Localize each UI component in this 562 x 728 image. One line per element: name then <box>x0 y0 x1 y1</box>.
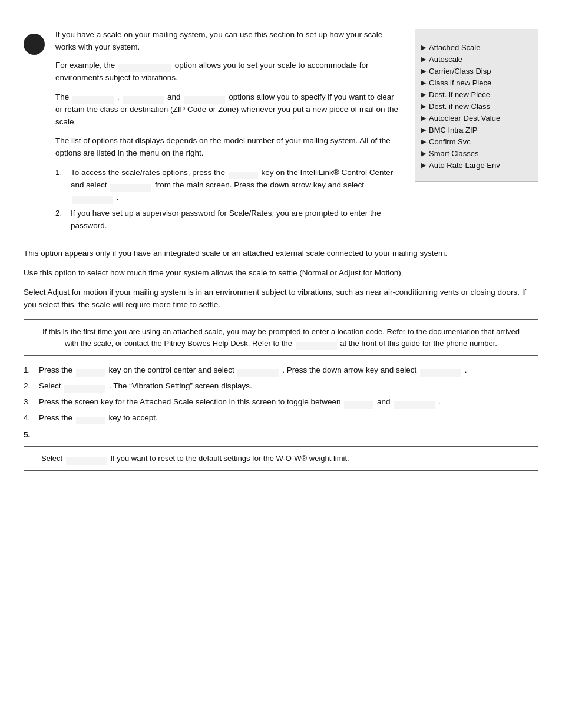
section2-para-2: Use this option to select how much time … <box>24 267 538 279</box>
sidebar-item-bmc: ▶ BMC Intra ZIP <box>421 126 532 134</box>
arrow-icon-9: ▶ <box>421 138 426 146</box>
step-2-2-text: Select . The “Vibration Setting” screen … <box>39 380 538 393</box>
step-2-4: 4. Press the key to accept. <box>24 412 538 424</box>
step-2-4-text: Press the key to accept. <box>39 412 538 424</box>
arrow-icon-8: ▶ <box>421 126 426 134</box>
blank-guide-ref <box>296 342 337 350</box>
step-1-2: 2. If you have set up a supervisor passw… <box>55 207 403 232</box>
section2-para-1: This option appears only if you have an … <box>24 248 538 260</box>
blank-menu-key <box>229 172 258 179</box>
sidebar: ▶ Attached Scale ▶ Autoscale ▶ Carrier/C… <box>415 29 538 182</box>
blank-autoscale <box>118 64 171 72</box>
main-content: If you have a scale on your mailing syst… <box>55 29 408 237</box>
content-area: If you have a scale on your mailing syst… <box>24 29 538 237</box>
intro-para-4: The list of options that displays depend… <box>55 135 403 160</box>
steps-list-1: 1. To access the scale/rates options, pr… <box>55 167 403 232</box>
page-wrapper: If you have a scale on your mailing syst… <box>0 0 562 728</box>
step-1-1-num: 1. <box>55 167 71 179</box>
sidebar-item-label-7: Autoclear Dest Value <box>429 114 500 123</box>
arrow-icon-6: ▶ <box>421 103 426 110</box>
step-1-1: 1. To access the scale/rates options, pr… <box>55 167 403 204</box>
bullet-circle <box>24 34 45 55</box>
bullet-area <box>24 29 55 237</box>
blank-key-1 <box>76 369 105 377</box>
intro-p3-mid1: , <box>117 93 120 101</box>
blank-select-4 <box>420 369 461 377</box>
tip-col1: Select <box>41 454 62 463</box>
section2: This option appears only if you have an … <box>24 248 538 471</box>
blank-select-3 <box>237 369 279 377</box>
sidebar-item-label-4: Class if new Piece <box>429 78 491 87</box>
sidebar-item-label-9: Confirm Svc <box>429 137 471 146</box>
step-2-1-num: 1. <box>24 364 39 377</box>
blank-tip-select <box>66 457 107 465</box>
sidebar-item-autoclear: ▶ Autoclear Dest Value <box>421 114 532 123</box>
arrow-icon-3: ▶ <box>421 67 426 75</box>
step-1-1-text: To access the scale/rates options, press… <box>71 167 403 204</box>
tip-col2: If you want to reset to the default sett… <box>110 454 349 463</box>
tip-box-text: Select If you want to reset to the defau… <box>41 453 521 465</box>
steps-list-2: 1. Press the key on the control center a… <box>24 364 538 424</box>
arrow-icon-2: ▶ <box>421 55 426 63</box>
sidebar-item-confirm-svc: ▶ Confirm Svc <box>421 137 532 146</box>
sidebar-item-label-10: Smart Classes <box>429 149 479 158</box>
arrow-icon-10: ▶ <box>421 150 426 157</box>
sidebar-item-label-1: Attached Scale <box>429 43 480 52</box>
sidebar-item-label-8: BMC Intra ZIP <box>429 126 477 134</box>
step5: 5. <box>24 430 538 439</box>
sidebar-item-label-6: Dest. if new Class <box>429 102 490 111</box>
sidebar-list: ▶ Attached Scale ▶ Autoscale ▶ Carrier/C… <box>421 43 532 170</box>
blank-class-new <box>72 96 114 104</box>
note-box-text: If this is the first time you are using … <box>41 326 521 350</box>
sidebar-item-attached-scale: ▶ Attached Scale <box>421 43 532 52</box>
sidebar-item-label-3: Carrier/Class Disp <box>429 67 491 75</box>
arrow-icon-1: ▶ <box>421 44 426 51</box>
blank-dest-class <box>184 96 225 104</box>
sidebar-item-auto-rate: ▶ Auto Rate Large Env <box>421 161 532 170</box>
intro-p3-mid2: and <box>167 93 181 101</box>
blank-select2 <box>72 196 113 204</box>
bottom-rule <box>24 477 538 477</box>
sidebar-top-divider <box>421 38 532 38</box>
blank-dest-new <box>123 96 164 104</box>
blank-key-2 <box>76 417 105 424</box>
step-2-1-text: Press the key on the control center and … <box>39 364 538 377</box>
blank-toggle-2 <box>394 401 435 409</box>
intro-p2-start: For example, the <box>55 61 115 70</box>
step-2-3: 3. Press the screen key for the Attached… <box>24 396 538 409</box>
blank-select1 <box>110 184 151 192</box>
sidebar-item-smart-classes: ▶ Smart Classes <box>421 149 532 158</box>
blank-select-5 <box>64 385 105 393</box>
tip-box: Select If you want to reset to the defau… <box>24 446 538 471</box>
intro-p2-option: option <box>175 61 197 70</box>
arrow-icon-5: ▶ <box>421 91 426 98</box>
intro-para-3: The , and options allow you to specify i… <box>55 91 403 129</box>
sidebar-item-dest-new-class: ▶ Dest. if new Class <box>421 102 532 111</box>
arrow-icon-7: ▶ <box>421 114 426 122</box>
sidebar-item-label-5: Dest. if new Piece <box>429 90 490 99</box>
step-2-3-num: 3. <box>24 396 39 409</box>
note-box: If this is the first time you are using … <box>24 319 538 356</box>
sidebar-item-autoscale: ▶ Autoscale <box>421 55 532 64</box>
intro-p3-start: The <box>55 93 69 101</box>
note-text-2: at the front of this guide for the phone… <box>340 339 497 348</box>
sidebar-item-label-11: Auto Rate Large Env <box>429 161 500 170</box>
step-2-1: 1. Press the key on the control center a… <box>24 364 538 377</box>
sidebar-item-dest-new-piece: ▶ Dest. if new Piece <box>421 90 532 99</box>
step-1-2-num: 2. <box>55 207 71 220</box>
step-1-2-text: If you have set up a supervisor password… <box>71 207 403 232</box>
blank-toggle-1 <box>344 401 373 409</box>
section2-para-3: Select Adjust for motion if your mailing… <box>24 286 538 311</box>
step-2-4-num: 4. <box>24 412 39 424</box>
step-2-3-text: Press the screen key for the Attached Sc… <box>39 396 538 409</box>
sidebar-item-class-new-piece: ▶ Class if new Piece <box>421 78 532 87</box>
arrow-icon-4: ▶ <box>421 79 426 87</box>
sidebar-item-label-2: Autoscale <box>429 55 462 64</box>
intro-para-2: For example, the option allows you to se… <box>55 60 403 84</box>
top-rule <box>24 18 538 18</box>
step-2-2-num: 2. <box>24 380 39 393</box>
step-2-2: 2. Select . The “Vibration Setting” scre… <box>24 380 538 393</box>
intro-para-1: If you have a scale on your mailing syst… <box>55 29 403 54</box>
arrow-icon-11: ▶ <box>421 162 426 169</box>
sidebar-item-carrier-class: ▶ Carrier/Class Disp <box>421 67 532 75</box>
